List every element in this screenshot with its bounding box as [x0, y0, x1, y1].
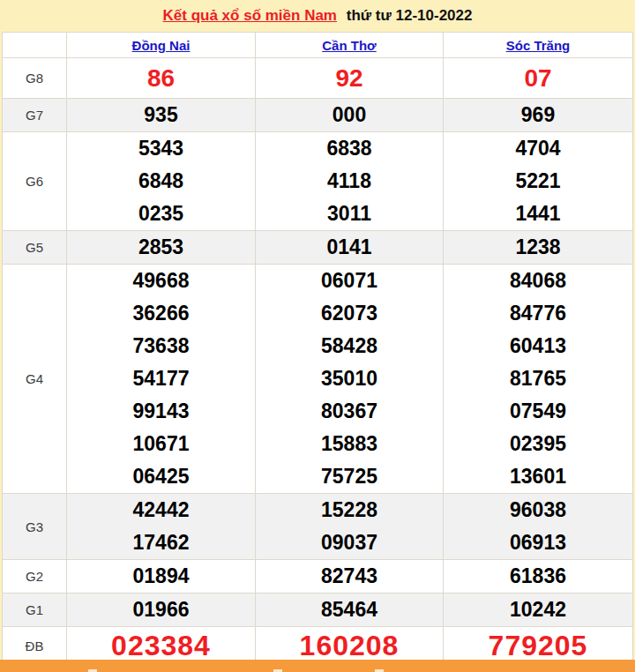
page-title-link[interactable]: Kết quả xổ số miền Nam [163, 7, 337, 24]
column-header-soc-trang[interactable]: Sóc Trăng [443, 33, 632, 57]
g1-can-tho-cell: 85464 [255, 594, 443, 626]
result-number: 0235 [67, 198, 255, 230]
result-number: 42442 [67, 494, 255, 526]
result-number: 4704 [444, 132, 632, 165]
g4-soc-trang-cell: 84068 84776 60413 81765 07549 02395 1360… [443, 265, 632, 493]
g4-can-tho-cell: 06071 62073 58428 35010 80367 15883 7572… [255, 265, 443, 493]
result-number: 5343 [67, 132, 255, 165]
prize-label-g2: G2 [3, 560, 66, 593]
result-number: 01966 [67, 594, 255, 626]
prize-label-g3: G3 [3, 494, 66, 559]
g7-soc-trang-cell: 969 [443, 99, 632, 131]
g6-can-tho-cell: 6838 4118 3011 [255, 132, 443, 230]
result-number: 62073 [256, 297, 443, 330]
prize-row-g3: G3 42442 17462 15228 09037 96038 06913 [3, 494, 632, 560]
column-header-can-tho[interactable]: Cần Thơ [255, 33, 443, 57]
result-number: 84776 [444, 297, 632, 330]
result-number: 10242 [444, 594, 632, 626]
bottom-orange-bar [0, 660, 635, 672]
table-header-row: Đồng Nai Cần Thơ Sóc Trăng [3, 33, 632, 58]
prize-row-g4: G4 49668 36266 73638 54177 99143 10671 0… [3, 265, 632, 494]
result-number: 06425 [67, 460, 255, 493]
result-number: 000 [256, 99, 443, 131]
result-number: 86 [67, 58, 255, 98]
result-number: 54177 [67, 362, 255, 395]
result-number: 60413 [444, 330, 632, 362]
result-number: 160208 [256, 627, 443, 664]
result-number: 15228 [256, 494, 443, 526]
result-number: 81765 [444, 362, 632, 395]
result-number: 023384 [67, 627, 255, 664]
result-number: 935 [67, 99, 255, 131]
result-number: 6848 [67, 165, 255, 198]
prize-label-g5: G5 [3, 231, 66, 264]
column-header-dong-nai[interactable]: Đồng Nai [66, 33, 255, 57]
prize-label-g6: G6 [3, 132, 66, 230]
lottery-results-page: Kết quả xổ số miền Nam thứ tư 12-10-2022… [0, 0, 635, 672]
result-number: 6838 [256, 132, 443, 165]
result-number: 01894 [67, 560, 255, 593]
g5-can-tho-cell: 0141 [255, 231, 443, 264]
g6-soc-trang-cell: 4704 5221 1441 [443, 132, 632, 230]
prize-row-g1: G1 01966 85464 10242 [3, 594, 632, 627]
g2-can-tho-cell: 82743 [255, 560, 443, 593]
prize-row-g8: G8 86 92 07 [3, 58, 632, 99]
result-number: 0141 [256, 231, 443, 264]
result-number: 09037 [256, 526, 443, 559]
prize-label-g8: G8 [3, 58, 66, 98]
g3-can-tho-cell: 15228 09037 [255, 494, 443, 559]
result-number: 17462 [67, 526, 255, 559]
g6-dong-nai-cell: 5343 6848 0235 [66, 132, 255, 230]
result-number: 15883 [256, 428, 443, 460]
draw-date-text: thứ tư 12-10-2022 [347, 7, 473, 24]
prize-label-db: ĐB [3, 627, 66, 664]
result-number: 92 [256, 58, 443, 98]
result-number: 3011 [256, 198, 443, 230]
result-number: 06071 [256, 265, 443, 297]
result-number: 13601 [444, 460, 632, 493]
result-number: 85464 [256, 594, 443, 626]
result-number: 49668 [67, 265, 255, 297]
g8-soc-trang-cell: 07 [443, 58, 632, 98]
result-number: 75725 [256, 460, 443, 493]
prize-row-g6: G6 5343 6848 0235 6838 4118 3011 4704 52… [3, 132, 632, 231]
prize-row-g5: G5 2853 0141 1238 [3, 231, 632, 265]
result-number: 5221 [444, 165, 632, 198]
result-number: 61836 [444, 560, 632, 593]
title-bar: Kết quả xổ số miền Nam thứ tư 12-10-2022 [0, 0, 635, 32]
result-number: 07549 [444, 395, 632, 428]
result-number: 07 [444, 58, 632, 98]
result-number: 02395 [444, 428, 632, 460]
g1-dong-nai-cell: 01966 [66, 594, 255, 626]
result-number: 84068 [444, 265, 632, 297]
prize-label-g7: G7 [3, 99, 66, 131]
result-number: 73638 [67, 330, 255, 362]
g3-soc-trang-cell: 96038 06913 [443, 494, 632, 559]
result-number: 4118 [256, 165, 443, 198]
result-number: 2853 [67, 231, 255, 264]
g8-dong-nai-cell: 86 [66, 58, 255, 98]
result-number: 06913 [444, 526, 632, 559]
corner-cell [3, 33, 66, 57]
results-table: Đồng Nai Cần Thơ Sóc Trăng G8 86 92 07 G… [2, 32, 633, 665]
prize-label-g1: G1 [3, 594, 66, 626]
g2-soc-trang-cell: 61836 [443, 560, 632, 593]
prize-row-g2: G2 01894 82743 61836 [3, 560, 632, 594]
db-can-tho-cell: 160208 [255, 627, 443, 664]
prize-row-g7: G7 935 000 969 [3, 99, 632, 132]
result-number: 779205 [444, 627, 632, 664]
db-soc-trang-cell: 779205 [443, 627, 632, 664]
g7-dong-nai-cell: 935 [66, 99, 255, 131]
result-number: 1441 [444, 198, 632, 230]
prize-label-g4: G4 [3, 265, 66, 493]
result-number: 969 [444, 99, 632, 131]
result-number: 10671 [67, 428, 255, 460]
db-dong-nai-cell: 023384 [66, 627, 255, 664]
g1-soc-trang-cell: 10242 [443, 594, 632, 626]
result-number: 35010 [256, 362, 443, 395]
g2-dong-nai-cell: 01894 [66, 560, 255, 593]
g8-can-tho-cell: 92 [255, 58, 443, 98]
result-number: 96038 [444, 494, 632, 526]
g5-soc-trang-cell: 1238 [443, 231, 632, 264]
result-number: 1238 [444, 231, 632, 264]
